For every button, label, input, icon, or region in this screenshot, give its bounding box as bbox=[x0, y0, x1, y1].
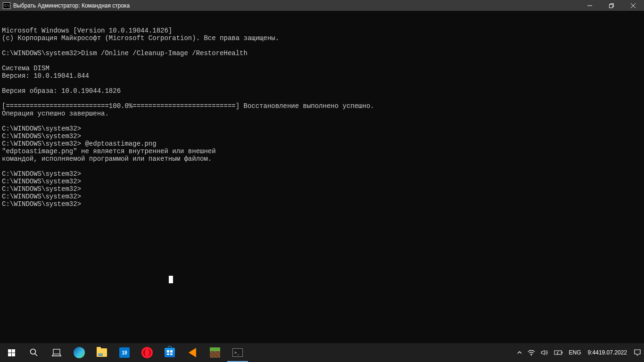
close-button[interactable] bbox=[622, 0, 644, 11]
svg-rect-1 bbox=[610, 4, 613, 8]
file-explorer-icon bbox=[97, 348, 107, 357]
windows-logo-icon bbox=[8, 349, 15, 356]
taskbar-app-opera[interactable] bbox=[136, 343, 158, 362]
terminal-line: C:\WINDOWS\system32> bbox=[2, 170, 642, 178]
svg-rect-6 bbox=[53, 349, 60, 354]
tray-wifi[interactable] bbox=[525, 343, 538, 362]
svg-rect-12 bbox=[561, 352, 562, 354]
terminal-line bbox=[2, 163, 642, 170]
terminal-line: Версия: 10.0.19041.844 bbox=[2, 72, 642, 80]
terminal-line: Операция успешно завершена. bbox=[2, 110, 642, 117]
tray-action-center[interactable] bbox=[631, 343, 644, 362]
terminal-line: Cистема DISM bbox=[2, 65, 642, 72]
opera-icon bbox=[141, 347, 153, 358]
search-button[interactable] bbox=[23, 343, 45, 362]
terminal-line: C:\WINDOWS\system32> bbox=[2, 125, 642, 132]
notification-icon bbox=[634, 349, 641, 356]
tray-time: 9:44 bbox=[588, 349, 599, 356]
terminal-line: [==========================100.0%=======… bbox=[2, 102, 642, 110]
taskbar: 19 >_ ENG 9:44 19.07.2022 bbox=[0, 343, 644, 362]
terminal-line: Версия образа: 10.0.19044.1826 bbox=[2, 87, 642, 95]
maximize-button[interactable] bbox=[601, 0, 622, 11]
terminal-line: C:\WINDOWS\system32> @edptoastimage.png bbox=[2, 140, 642, 148]
svg-point-10 bbox=[531, 355, 532, 356]
tray-show-hidden-icons[interactable] bbox=[514, 343, 525, 362]
terminal-line: C:\WINDOWS\system32> bbox=[2, 193, 642, 200]
window-title: Выбрать Администратор: Командная строка bbox=[13, 2, 579, 9]
task-view-button[interactable] bbox=[45, 343, 68, 362]
edge-icon bbox=[74, 347, 85, 358]
terminal-output[interactable]: Microsoft Windows [Version 10.0.19044.18… bbox=[0, 11, 644, 343]
terminal-line: C:\WINDOWS\system32> bbox=[2, 185, 642, 193]
text-cursor bbox=[169, 276, 173, 283]
taskbar-app-explorer[interactable] bbox=[91, 343, 113, 362]
window-controls bbox=[579, 0, 644, 11]
taskbar-app-minecraft[interactable] bbox=[204, 343, 226, 362]
terminal-line: C:\WINDOWS\system32>Dism /Online /Cleanu… bbox=[2, 49, 642, 57]
terminal-line bbox=[2, 42, 642, 49]
taskbar-app-edge[interactable] bbox=[68, 343, 91, 362]
svg-point-4 bbox=[31, 349, 36, 354]
svg-rect-11 bbox=[554, 351, 561, 354]
tray-battery[interactable] bbox=[551, 343, 566, 362]
cmd-icon: >_ bbox=[232, 348, 243, 357]
taskbar-app-calendar[interactable]: 19 bbox=[113, 343, 136, 362]
search-icon bbox=[30, 348, 38, 357]
system-tray: ENG 9:44 19.07.2022 bbox=[514, 343, 644, 362]
start-button[interactable] bbox=[0, 343, 23, 362]
microsoft-store-icon bbox=[165, 348, 175, 357]
terminal-line bbox=[2, 80, 642, 87]
battery-plugged-icon bbox=[554, 350, 563, 355]
taskbar-app-media[interactable] bbox=[181, 343, 204, 362]
tray-volume[interactable] bbox=[538, 343, 551, 362]
terminal-line: C:\WINDOWS\system32> bbox=[2, 200, 642, 208]
terminal-line: Microsoft Windows [Version 10.0.19044.18… bbox=[2, 27, 642, 34]
task-view-icon bbox=[52, 349, 61, 356]
tray-clock[interactable]: 9:44 19.07.2022 bbox=[584, 343, 631, 362]
terminal-line: C:\WINDOWS\system32> bbox=[2, 132, 642, 140]
terminal-line: командой, исполняемой программой или пак… bbox=[2, 155, 642, 163]
media-player-icon bbox=[189, 348, 196, 357]
terminal-line: C:\WINDOWS\system32> bbox=[2, 178, 642, 185]
terminal-line bbox=[2, 57, 642, 65]
calendar-icon: 19 bbox=[119, 347, 130, 358]
taskbar-app-cmd[interactable]: >_ bbox=[226, 343, 249, 362]
tray-date: 19.07.2022 bbox=[599, 349, 627, 356]
taskbar-app-store[interactable] bbox=[158, 343, 181, 362]
cmd-window-icon: C:\ bbox=[3, 2, 10, 9]
minimize-button[interactable] bbox=[579, 0, 601, 11]
minecraft-icon bbox=[210, 347, 220, 358]
terminal-line: "edptoastimage.png" не является внутренн… bbox=[2, 148, 642, 155]
titlebar[interactable]: C:\ Выбрать Администратор: Командная стр… bbox=[0, 0, 644, 11]
terminal-line: (c) Корпорация Майкрософт (Microsoft Cor… bbox=[2, 34, 642, 42]
terminal-line bbox=[2, 117, 642, 125]
wifi-icon bbox=[528, 349, 535, 356]
chevron-up-icon bbox=[517, 350, 522, 355]
svg-line-5 bbox=[35, 354, 37, 356]
terminal-line bbox=[2, 95, 642, 102]
tray-language[interactable]: ENG bbox=[566, 343, 584, 362]
speaker-icon bbox=[541, 349, 548, 356]
command-prompt-window: C:\ Выбрать Администратор: Командная стр… bbox=[0, 0, 644, 343]
